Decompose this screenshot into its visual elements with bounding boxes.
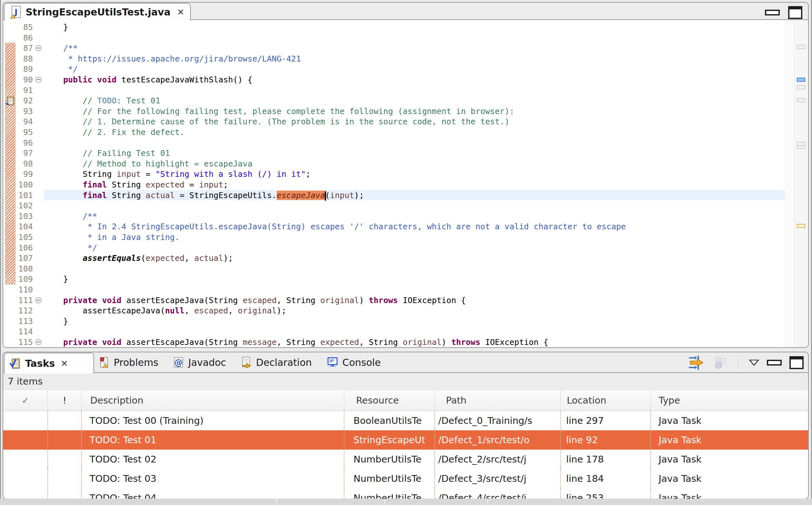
code-line-98[interactable]: // Method to highlight = escapeJava (44, 158, 785, 169)
overview-marker-gray-double[interactable] (797, 142, 805, 149)
task-cell-type[interactable]: Java Task (650, 411, 808, 430)
task-cell-res[interactable]: NumberUtilsTe (344, 488, 434, 499)
editor-vertical-scrollbar[interactable] (785, 20, 795, 347)
code-line-86[interactable] (44, 32, 785, 43)
overview-marker-gray[interactable] (797, 86, 805, 90)
code-line-90[interactable]: public void testEscapeJavaWithSlash() { (44, 74, 785, 85)
task-cell-path[interactable]: /Defect_2/src/test/j (434, 450, 560, 469)
editor-minimize-button[interactable] (765, 10, 780, 15)
code-line-95[interactable]: // 2. Fix the defect. (44, 127, 785, 138)
task-cell-bang[interactable] (47, 488, 81, 499)
code-line-96[interactable] (44, 138, 785, 148)
code-line-91[interactable] (44, 85, 785, 96)
code-line-100[interactable]: final String expected = input; (44, 179, 785, 190)
tab-javadoc[interactable]: @ Javadoc (173, 356, 226, 368)
task-cell-desc[interactable]: TODO: Test 01 (81, 430, 344, 450)
tab-console[interactable]: Console (327, 357, 381, 368)
task-cell-loc[interactable]: line 178 (560, 450, 650, 469)
focus-on-task-icon[interactable] (688, 355, 705, 370)
code-line-93[interactable]: // For the following failing test, pleas… (44, 106, 785, 117)
header-path[interactable]: Path (434, 390, 560, 410)
task-cell-res[interactable]: NumberUtilsTe (344, 450, 434, 469)
code-line-99[interactable]: String input = "String with a slash (/) … (44, 169, 785, 179)
code-line-111[interactable]: private void assertEscapeJava(String esc… (44, 295, 785, 306)
editor-maximize-button[interactable] (788, 6, 802, 19)
code-line-103[interactable]: /** (44, 211, 785, 221)
task-row[interactable]: TODO: Test 03NumberUtilsTe/Defect_3/src/… (3, 469, 808, 488)
task-cell-check[interactable] (3, 450, 47, 469)
task-cell-bang[interactable] (47, 411, 81, 430)
task-cell-path[interactable]: /Defect_3/src/test/j (434, 469, 560, 488)
code-line-107[interactable]: assertEquals(expected, actual); (44, 253, 785, 264)
editor-tab-stringescapeutilstest[interactable]: J StringEscapeUtilsTest.java ✕ (4, 3, 191, 21)
task-row[interactable]: TODO: Test 00 (Training)BooleanUtilsTe/D… (3, 411, 808, 430)
header-description[interactable]: Description (81, 390, 344, 410)
task-cell-bang[interactable] (47, 469, 81, 488)
task-cell-bang[interactable] (47, 430, 81, 450)
task-cell-res[interactable]: StringEscapeUt (344, 430, 434, 450)
task-cell-type[interactable]: Java Task (650, 450, 808, 469)
task-cell-check[interactable] (3, 469, 47, 488)
tab-tasks[interactable]: Tasks ✕ (4, 353, 94, 374)
editor-tab-close-icon[interactable]: ✕ (177, 7, 184, 17)
task-row[interactable]: TODO: Test 02NumberUtilsTe/Defect_2/src/… (3, 450, 808, 469)
code-line-114[interactable] (44, 326, 785, 337)
task-row[interactable]: TODO: Test 04NumberUtilsTe/Defect_4/src/… (3, 488, 808, 499)
code-line-104[interactable]: * In 2.4 StringEscapeUtils.escapeJava(St… (44, 221, 785, 232)
code-line-105[interactable]: * in a Java string. (44, 232, 785, 242)
task-cell-path[interactable]: /Defect_0_Training/s (434, 411, 560, 430)
overview-marker-blue[interactable] (797, 77, 805, 82)
task-cell-type[interactable]: Java Task (650, 430, 808, 450)
task-cell-desc[interactable]: TODO: Test 04 (81, 488, 344, 499)
task-cell-loc[interactable]: line 253 (560, 488, 650, 499)
code-line-110[interactable] (44, 284, 785, 295)
task-cell-bang[interactable] (47, 450, 81, 469)
overview-marker-yellow[interactable] (797, 224, 805, 228)
header-location[interactable]: Location (560, 390, 650, 410)
tab-problems[interactable]: Problems (99, 356, 158, 368)
code-line-113[interactable]: } (44, 316, 785, 327)
header-type[interactable]: Type (650, 390, 808, 410)
task-cell-desc[interactable]: TODO: Test 03 (81, 469, 344, 488)
task-cell-res[interactable]: BooleanUtilsTe (344, 411, 434, 430)
tasks-minimize-button[interactable] (767, 360, 782, 365)
code-line-101[interactable]: final String actual = StringEscapeUtils.… (44, 190, 785, 201)
tab-declaration[interactable]: Declaration (241, 356, 312, 368)
header-priority[interactable]: ! (47, 390, 81, 410)
code-line-102[interactable] (44, 200, 785, 211)
task-cell-check[interactable] (3, 430, 47, 450)
task-cell-check[interactable] (3, 488, 47, 499)
overview-marker-gray[interactable] (797, 45, 805, 49)
task-cell-desc[interactable]: TODO: Test 02 (81, 450, 344, 469)
code-line-92[interactable]: // TODO: Test 01 (44, 95, 785, 106)
code-text-area[interactable]: } /** * https://issues.apache.org/jira/b… (3, 20, 785, 347)
code-line-112[interactable]: assertEscapeJava(null, escaped, original… (44, 305, 785, 316)
header-completion[interactable]: ✓ (3, 390, 47, 410)
task-cell-path[interactable]: /Defect_1/src/test/o (434, 430, 560, 450)
code-line-88[interactable]: * https://issues.apache.org/jira/browse/… (44, 53, 785, 64)
code-line-115[interactable]: private void assertEscapeJava(String mes… (44, 337, 785, 347)
code-line-108[interactable] (44, 264, 785, 274)
overview-marker-gray[interactable] (797, 98, 805, 103)
task-cell-loc[interactable]: line 184 (560, 469, 650, 488)
code-line-85[interactable]: } (44, 22, 785, 32)
code-line-109[interactable]: } (44, 274, 785, 284)
task-cell-desc[interactable]: TODO: Test 00 (Training) (81, 411, 344, 430)
code-line-89[interactable]: */ (44, 64, 785, 74)
task-cell-type[interactable]: Java Task (650, 488, 808, 499)
task-row[interactable]: TODO: Test 01StringEscapeUt/Defect_1/src… (3, 430, 808, 450)
view-menu-icon[interactable] (749, 360, 759, 366)
task-cell-path[interactable]: /Defect_4/src/test/j (434, 488, 560, 499)
code-line-106[interactable]: */ (44, 242, 785, 253)
task-cell-type[interactable]: Java Task (650, 469, 808, 488)
task-cell-loc[interactable]: line 92 (560, 430, 650, 450)
tasks-maximize-button[interactable] (789, 356, 804, 369)
tab-tasks-close-icon[interactable]: ✕ (61, 358, 68, 368)
task-cell-res[interactable]: NumberUtilsTe (344, 469, 434, 488)
overview-ruler[interactable] (794, 20, 808, 347)
code-line-97[interactable]: // Failing Test 01 (44, 148, 785, 158)
code-line-94[interactable]: // 1. Determine cause of the failure. (T… (44, 116, 785, 127)
task-cell-loc[interactable]: line 297 (560, 411, 650, 430)
code-line-87[interactable]: /** (44, 43, 785, 53)
filters-icon[interactable] (713, 356, 727, 370)
